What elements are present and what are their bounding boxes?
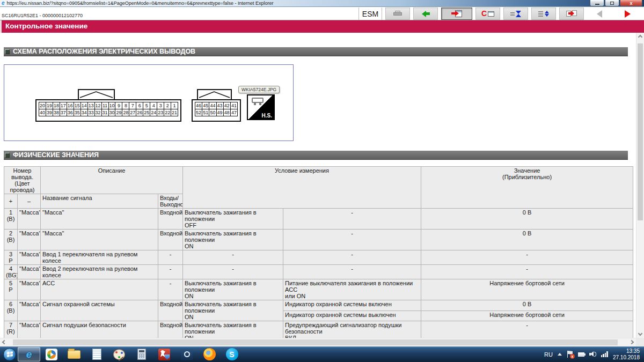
cell-signal: Ввод 1 переключателя на рулевом колесе xyxy=(41,250,158,265)
network-signal-icon[interactable] xyxy=(601,351,608,357)
cell-pin: 4 (BG) xyxy=(4,265,18,279)
pin-33: 33 xyxy=(87,109,95,116)
pin-40: 40 xyxy=(39,109,46,116)
taskbar-firefox[interactable] xyxy=(198,347,221,361)
green-arrow-left-icon xyxy=(422,11,430,17)
pin-20: 20 xyxy=(39,102,46,109)
image-filename-tooltip: WKIA5724E.JPG xyxy=(238,86,280,93)
taskbar-blue-app[interactable] xyxy=(175,347,198,361)
pin-32: 32 xyxy=(94,109,102,116)
cell-value: - xyxy=(421,265,633,279)
cell-io: - xyxy=(158,279,183,300)
cell-signal: Сигнал подушки безопасности xyxy=(41,321,158,338)
horizontal-scroll-thumb[interactable] xyxy=(13,339,618,345)
esm-label: ESM xyxy=(358,8,382,20)
cell-wire: "Масса" xyxy=(18,209,41,230)
pin-10: 10 xyxy=(108,102,116,109)
sort-button[interactable] xyxy=(503,8,528,20)
firefox-icon xyxy=(203,348,216,360)
previous-page-button[interactable] xyxy=(587,8,612,20)
pin-47: 47 xyxy=(230,109,238,116)
connector-glyph-icon xyxy=(252,98,264,103)
clock[interactable]: 13:35 27.10.2018 xyxy=(613,348,640,361)
cell-value: 0 В xyxy=(421,300,633,311)
internet-explorer-icon: e xyxy=(26,349,32,360)
window-title: https://eu.nissan.biz/?sitqno=0905&froms… xyxy=(7,1,274,6)
restore-button[interactable] xyxy=(605,0,619,6)
next-page-button[interactable] xyxy=(615,8,640,20)
connector-diagram: 2019181716151413121110987654321 40393837… xyxy=(4,64,294,141)
cell-wire: "Масса" xyxy=(18,265,41,279)
cell-cond2: - xyxy=(283,209,421,230)
pin-35: 35 xyxy=(74,109,81,116)
pin-34: 34 xyxy=(80,109,88,116)
media-player-icon xyxy=(46,349,57,360)
paint-palette-icon xyxy=(113,349,125,360)
connector-large: 2019181716151413121110987654321 40393837… xyxy=(35,99,181,122)
scroll-left-icon[interactable] xyxy=(2,340,6,344)
cell-pin: 7 (R) xyxy=(4,321,18,338)
pin-24: 24 xyxy=(150,109,157,116)
taskbar-red-app[interactable] xyxy=(153,347,175,361)
scroll-right-icon[interactable] xyxy=(630,340,634,344)
toolbar: SC16RU1R52E1 - 000000012102770 ESM C xyxy=(0,8,644,20)
taskbar-paint[interactable] xyxy=(108,347,130,361)
print-button[interactable] xyxy=(385,8,410,20)
pin-39: 39 xyxy=(46,109,53,116)
pin-16: 16 xyxy=(67,102,74,109)
taskbar-explorer[interactable] xyxy=(63,347,85,361)
cell-value: 0 В xyxy=(421,230,633,250)
hidden-icons-button[interactable] xyxy=(558,353,562,356)
battery-icon[interactable] xyxy=(578,352,584,357)
header-pin: Номер вывода. (Цвет провода) xyxy=(4,167,41,194)
vertical-scrollbar[interactable] xyxy=(636,33,644,338)
cell-value: Напряжение бортовой сети xyxy=(421,311,633,321)
c-window-button[interactable]: C xyxy=(475,8,500,20)
minimize-button[interactable] xyxy=(590,0,604,6)
cell-io: Входной xyxy=(158,209,183,230)
pin-19: 19 xyxy=(46,102,53,109)
scroll-down-icon[interactable] xyxy=(638,331,642,336)
title-bar[interactable]: e https://eu.nissan.biz/?sitqno=0905&fro… xyxy=(0,0,644,7)
pin-41: 41 xyxy=(230,102,238,109)
pin-27: 27 xyxy=(129,109,136,116)
taskbar-media-player[interactable] xyxy=(40,347,63,361)
close-button[interactable]: x xyxy=(620,0,642,6)
cell-cond2: Индикатор охранной системы выключен xyxy=(283,311,421,321)
cell-cond2: - xyxy=(283,265,421,279)
back-button[interactable] xyxy=(413,8,438,20)
pin-44: 44 xyxy=(209,102,216,109)
action-center-flag-icon[interactable]: x xyxy=(567,351,573,358)
scroll-up-icon[interactable] xyxy=(638,35,642,39)
section-title: ФИЗИЧЕСКИЕ ЗНАЧЕНИЯ xyxy=(13,151,99,159)
cell-value: 0 В xyxy=(421,209,633,230)
cell-cond2: Индикатор охранной системы включен xyxy=(283,300,421,311)
cell-io: Входной xyxy=(158,230,183,250)
show-in-frame-button[interactable] xyxy=(441,8,472,20)
screen: e https://eu.nissan.biz/?sitqno=0905&fro… xyxy=(0,0,644,362)
pin-2: 2 xyxy=(164,102,171,109)
copy-page-button[interactable] xyxy=(559,8,584,20)
language-indicator[interactable]: RU xyxy=(544,351,553,358)
system-tray: RU x 13:35 27.10.2018 xyxy=(544,348,644,361)
taskbar-notepad[interactable] xyxy=(85,347,108,361)
pin-51: 51 xyxy=(202,109,209,116)
pin-42: 42 xyxy=(223,102,231,109)
taskbar-skype[interactable]: S xyxy=(221,347,243,361)
taskbar-calculator[interactable] xyxy=(130,347,153,361)
start-button[interactable] xyxy=(2,348,18,361)
expand-collapse-button[interactable] xyxy=(531,8,556,20)
vertical-scroll-thumb[interactable] xyxy=(638,43,643,220)
volume-icon[interactable] xyxy=(589,351,596,357)
cell-cond1: Выключатель зажигания в положении ON xyxy=(183,321,283,338)
taskbar-internet-explorer[interactable]: e xyxy=(18,347,40,361)
cell-pin: 1 (B) xyxy=(4,209,18,230)
table-row: 4 (BG) "Масса" Ввод 2 переключателя на р… xyxy=(4,265,633,279)
pin-43: 43 xyxy=(216,102,224,109)
horizontal-scrollbar[interactable] xyxy=(0,338,636,346)
cell-wire: "Масса" xyxy=(18,250,41,265)
restore-icon xyxy=(610,2,614,5)
cell-cond2: Предупреждающий сигнализатор подушки без… xyxy=(283,321,421,338)
header-value: Значение (Приблизительно) xyxy=(421,167,633,209)
section-header-diagram: СХЕМА РАСПОЛОЖЕНИЯ ЭЛЕКТРИЧЕСКИХ ВЫВОДОВ xyxy=(4,47,628,56)
